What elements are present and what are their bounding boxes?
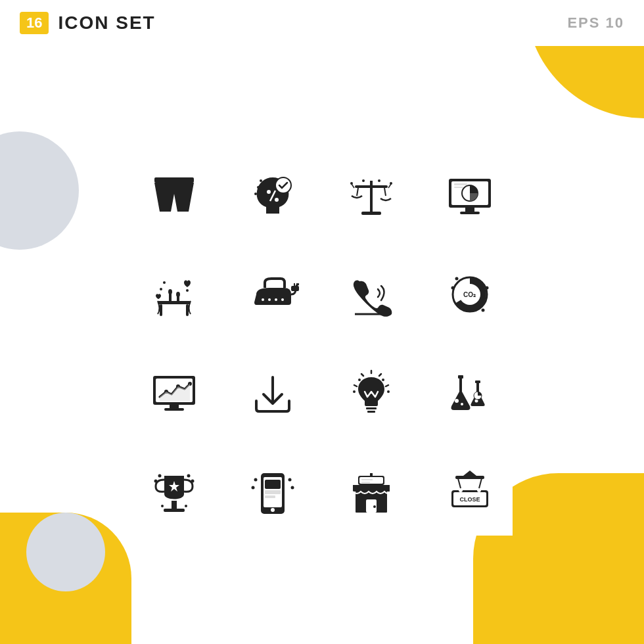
svg-rect-25 bbox=[454, 187, 463, 188]
svg-point-15 bbox=[350, 182, 353, 185]
svg-point-72 bbox=[455, 399, 459, 403]
svg-point-92 bbox=[288, 478, 292, 482]
svg-rect-87 bbox=[265, 480, 281, 489]
svg-point-18 bbox=[378, 179, 380, 182]
svg-point-37 bbox=[268, 298, 271, 301]
icon-shorts bbox=[131, 154, 217, 240]
svg-point-66 bbox=[382, 379, 384, 381]
svg-point-7 bbox=[260, 179, 262, 182]
icon-science-lab bbox=[427, 352, 513, 437]
svg-line-11 bbox=[357, 188, 358, 196]
svg-rect-88 bbox=[265, 490, 281, 494]
svg-line-107 bbox=[458, 478, 461, 488]
svg-point-35 bbox=[163, 281, 166, 284]
svg-point-6 bbox=[254, 193, 257, 195]
svg-point-67 bbox=[358, 379, 361, 381]
svg-point-81 bbox=[191, 480, 195, 483]
svg-text:CLOSE: CLOSE bbox=[459, 496, 480, 503]
svg-rect-26 bbox=[158, 301, 191, 304]
icon-electric-iron bbox=[230, 253, 315, 338]
svg-line-62 bbox=[379, 374, 381, 376]
svg-point-78 bbox=[158, 474, 162, 478]
svg-point-38 bbox=[275, 298, 277, 301]
icon-justice-scales bbox=[329, 154, 414, 240]
svg-line-12 bbox=[384, 188, 386, 196]
icon-dashboard-monitor bbox=[427, 154, 513, 240]
svg-point-34 bbox=[186, 289, 189, 292]
svg-point-106 bbox=[477, 488, 481, 492]
icon-store-shop bbox=[329, 450, 414, 536]
svg-point-50 bbox=[482, 309, 485, 312]
svg-point-48 bbox=[455, 277, 459, 281]
icon-phone-call bbox=[329, 253, 414, 338]
svg-point-5 bbox=[257, 186, 260, 189]
icon-download bbox=[230, 352, 315, 437]
svg-line-64 bbox=[386, 385, 388, 386]
svg-rect-71 bbox=[475, 380, 480, 383]
svg-point-49 bbox=[486, 287, 489, 290]
svg-point-105 bbox=[459, 488, 463, 492]
svg-rect-77 bbox=[164, 509, 185, 512]
svg-rect-9 bbox=[361, 212, 381, 215]
svg-point-16 bbox=[390, 182, 392, 185]
svg-rect-89 bbox=[265, 495, 275, 498]
svg-point-93 bbox=[291, 486, 294, 490]
svg-rect-24 bbox=[454, 183, 467, 185]
icon-close-sign: CLOSE bbox=[427, 450, 513, 536]
icon-romantic-dinner bbox=[131, 253, 217, 338]
svg-point-80 bbox=[187, 474, 191, 478]
svg-rect-27 bbox=[160, 304, 162, 316]
svg-point-2 bbox=[267, 190, 271, 194]
svg-rect-41 bbox=[294, 283, 295, 287]
svg-point-83 bbox=[185, 505, 187, 507]
svg-rect-54 bbox=[164, 408, 184, 411]
svg-point-3 bbox=[275, 198, 279, 202]
svg-point-73 bbox=[461, 403, 463, 405]
header-number: 16 bbox=[20, 12, 49, 34]
icon-mind-percent bbox=[230, 154, 315, 240]
svg-point-33 bbox=[160, 288, 162, 290]
svg-point-91 bbox=[252, 486, 255, 490]
svg-line-63 bbox=[361, 374, 363, 376]
svg-point-69 bbox=[353, 390, 356, 393]
svg-point-86 bbox=[271, 508, 275, 512]
svg-point-36 bbox=[262, 298, 264, 301]
svg-rect-53 bbox=[170, 405, 179, 408]
svg-point-1 bbox=[275, 177, 291, 193]
icon-grid: CO₂ bbox=[118, 141, 526, 549]
svg-point-31 bbox=[168, 289, 172, 294]
header-title: ICON SET bbox=[58, 12, 567, 34]
svg-rect-59 bbox=[366, 407, 377, 409]
svg-line-65 bbox=[354, 385, 357, 386]
svg-rect-21 bbox=[465, 208, 474, 212]
svg-rect-29 bbox=[169, 293, 172, 302]
svg-point-90 bbox=[254, 478, 258, 482]
svg-point-82 bbox=[161, 505, 164, 507]
svg-rect-28 bbox=[186, 304, 189, 316]
svg-point-79 bbox=[154, 480, 158, 483]
svg-rect-76 bbox=[172, 501, 177, 509]
svg-rect-60 bbox=[367, 411, 375, 413]
header-eps: EPS 10 bbox=[567, 14, 624, 32]
icon-co2-chart: CO₂ bbox=[427, 253, 513, 338]
svg-point-47 bbox=[451, 287, 455, 290]
icon-idea-bulb bbox=[329, 352, 414, 437]
svg-line-108 bbox=[479, 478, 482, 488]
svg-rect-0 bbox=[154, 177, 194, 183]
svg-rect-70 bbox=[458, 375, 463, 379]
header: 16 ICON SET EPS 10 bbox=[0, 0, 644, 46]
main-content: CO₂ bbox=[0, 46, 644, 644]
svg-point-32 bbox=[176, 292, 180, 297]
icon-trophy bbox=[131, 450, 217, 536]
svg-point-68 bbox=[387, 390, 390, 393]
svg-rect-42 bbox=[296, 283, 298, 287]
icon-analytics-monitor bbox=[131, 352, 217, 437]
svg-point-39 bbox=[281, 298, 284, 301]
svg-rect-22 bbox=[460, 212, 480, 214]
svg-rect-99 bbox=[370, 473, 373, 477]
svg-point-96 bbox=[373, 505, 376, 508]
svg-point-17 bbox=[362, 179, 365, 182]
svg-rect-10 bbox=[355, 185, 388, 188]
icon-mobile-cards bbox=[230, 450, 315, 536]
svg-text:CO₂: CO₂ bbox=[463, 291, 476, 298]
